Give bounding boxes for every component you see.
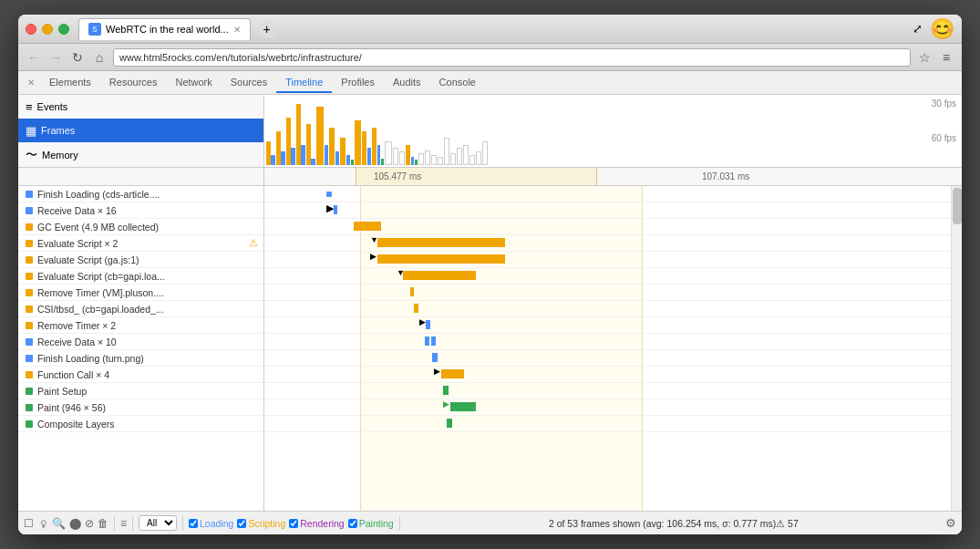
event-name: Remove Timer × 2: [37, 320, 258, 331]
bar-group-14: [393, 97, 398, 165]
rendering-filter[interactable]: Rendering: [289, 518, 344, 529]
rendering-label: Rendering: [300, 518, 344, 529]
timeline-row: [264, 186, 951, 202]
list-item[interactable]: Paint Setup: [18, 383, 263, 399]
list-item[interactable]: Composite Layers: [18, 416, 263, 432]
home-button[interactable]: ⌂: [91, 50, 108, 65]
list-item[interactable]: Remove Timer × 2: [18, 317, 263, 334]
bar-group-16: [406, 97, 418, 165]
browser-menu-icon[interactable]: ≡: [938, 50, 954, 65]
list-item[interactable]: Remove Timer (VM].pluson....: [18, 285, 263, 301]
separator: [182, 516, 183, 531]
bar-group-7: [325, 97, 328, 165]
list-item[interactable]: Finish Loading (cds-article....: [18, 186, 263, 202]
event-bar: [441, 369, 464, 378]
rendering-checkbox[interactable]: [289, 519, 298, 528]
list-item[interactable]: Evaluate Script × 2 ⚠: [18, 235, 263, 252]
search-icon[interactable]: 🔍: [52, 517, 66, 530]
bar-group-11: [362, 97, 371, 165]
sidebar-item-events[interactable]: ≡ Events: [18, 95, 263, 119]
tab-sources[interactable]: Sources: [222, 73, 276, 93]
list-icon[interactable]: ≡: [120, 517, 127, 530]
event-bar: [431, 337, 436, 346]
event-dot: [26, 207, 33, 214]
tab-close-icon[interactable]: ✕: [233, 25, 241, 35]
event-dot: [26, 240, 33, 247]
frame-bar: [281, 151, 285, 165]
event-name: Finish Loading (turn.png): [37, 353, 258, 364]
scripting-filter[interactable]: Scripting: [237, 518, 285, 529]
no-icon[interactable]: ⊘: [85, 517, 94, 530]
url-bar[interactable]: www.html5rocks.com/en/tutorials/webrtc/i…: [113, 48, 911, 67]
list-item[interactable]: GC Event (4.9 MB collected): [18, 219, 263, 235]
timeline-row: [264, 334, 951, 350]
record-icon[interactable]: ☐: [24, 517, 34, 530]
paint-icon[interactable]: ⬤: [69, 517, 81, 530]
settings-icon[interactable]: ⚙: [945, 516, 956, 530]
tab-audits[interactable]: Audits: [384, 73, 430, 93]
sidebar-item-memory[interactable]: 〜 Memory: [18, 143, 263, 167]
events-label: Events: [37, 101, 68, 112]
tab-profiles[interactable]: Profiles: [332, 73, 384, 93]
painting-filter[interactable]: Painting: [348, 518, 394, 529]
event-name: CSI/tbsd_ (cb=gapi.loaded_...: [37, 304, 258, 315]
new-tab-button[interactable]: +: [258, 20, 276, 38]
title-bar: 5 WebRTC in the real world... ✕ + ⤢ 😊: [18, 15, 962, 44]
bar-group-8: [329, 97, 339, 165]
bar-group-26: [476, 97, 481, 165]
timeline-expand[interactable]: ▶: [419, 317, 426, 326]
devtools-close-button[interactable]: ✕: [22, 78, 40, 88]
list-item[interactable]: Evaluate Script (cb=gapi.loa...: [18, 268, 263, 285]
filter-select[interactable]: All: [139, 515, 177, 531]
tab-timeline[interactable]: Timeline: [276, 73, 332, 93]
star-icon[interactable]: ☆: [916, 50, 933, 65]
maximize-button[interactable]: [58, 24, 69, 35]
frame-bar: [346, 155, 350, 165]
frame-bar: [372, 128, 377, 165]
list-item[interactable]: Function Call × 4: [18, 367, 263, 383]
back-button[interactable]: ←: [26, 50, 42, 65]
timeline-row: [264, 350, 951, 367]
list-item[interactable]: Paint (946 × 56): [18, 399, 263, 416]
list-item[interactable]: Receive Data × 16: [18, 202, 263, 219]
delete-icon[interactable]: 🗑: [98, 517, 108, 530]
timeline-expand[interactable]: ▶: [443, 399, 449, 409]
scripting-checkbox[interactable]: [237, 519, 246, 528]
event-dot: [26, 338, 33, 346]
painting-checkbox[interactable]: [348, 519, 357, 528]
minimize-button[interactable]: [42, 24, 53, 35]
tab-resources[interactable]: Resources: [100, 73, 167, 93]
browser-window: 5 WebRTC in the real world... ✕ + ⤢ 😊 ← …: [18, 15, 962, 534]
ruler-area: 105.477 ms 107.031 ms: [264, 168, 962, 185]
expand-icon[interactable]: ⤢: [913, 22, 923, 36]
sidebar-item-frames[interactable]: ▦ Frames: [18, 119, 263, 142]
bar-group-20: [438, 97, 443, 165]
reload-button[interactable]: ↻: [69, 50, 86, 65]
loading-filter[interactable]: Loading: [189, 518, 233, 529]
tab-network[interactable]: Network: [166, 73, 221, 93]
event-bar: [425, 337, 429, 346]
timeline-ruler: 105.477 ms 107.031 ms: [18, 168, 962, 186]
list-item[interactable]: Finish Loading (turn.png): [18, 350, 263, 367]
events-scrollbar[interactable]: [951, 186, 962, 511]
scrollbar-thumb[interactable]: [953, 188, 962, 224]
frame-bar: [351, 160, 354, 165]
tab-elements[interactable]: Elements: [40, 73, 100, 93]
list-item[interactable]: Receive Data × 10: [18, 334, 263, 350]
close-button[interactable]: [26, 24, 36, 35]
event-name: Finish Loading (cds-article....: [37, 189, 258, 200]
list-item[interactable]: Evaluate Script (ga.js:1): [18, 252, 263, 268]
list-item[interactable]: CSI/tbsd_ (cb=gapi.loaded_...: [18, 301, 263, 317]
timeline-expand[interactable]: ▶: [370, 252, 377, 261]
browser-tab[interactable]: 5 WebRTC in the real world... ✕: [78, 18, 251, 40]
events-timeline: ▶ ▼ ▶: [264, 186, 951, 511]
timeline-expand[interactable]: ▶: [434, 367, 440, 376]
status-info: 2 of 53 frames shown (avg: 106.254 ms, σ…: [406, 518, 942, 529]
timeline-row: [264, 219, 951, 235]
clear-icon[interactable]: ⧬: [37, 517, 48, 530]
frame-bar: [393, 148, 398, 165]
tab-console[interactable]: Console: [430, 73, 485, 93]
frame-bar: [316, 107, 324, 165]
forward-button[interactable]: →: [47, 50, 64, 65]
loading-checkbox[interactable]: [189, 519, 198, 528]
